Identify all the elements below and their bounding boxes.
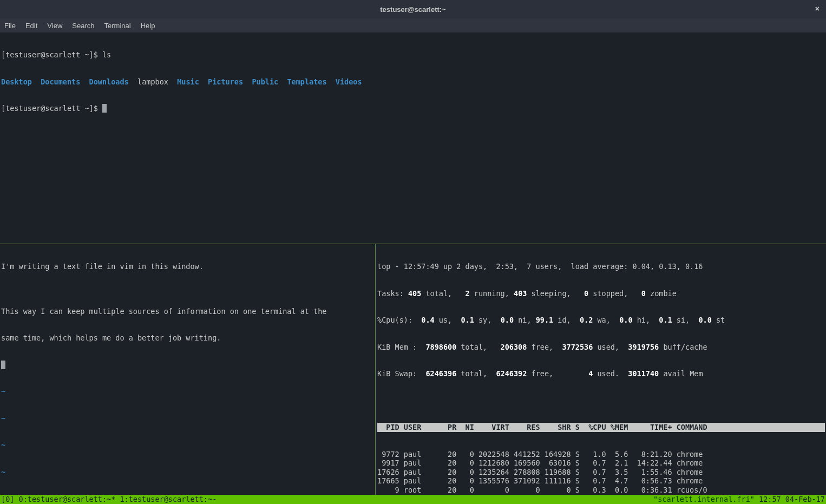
menu-file[interactable]: File [4,22,16,30]
top-blank [377,396,825,405]
window-title: testuser@scarlett:~ [380,5,445,14]
shell-prompt: [testuser@scarlett ~]$ [1,50,102,59]
vim-text-line: I'm writing a text file in vim in this w… [1,262,374,271]
pane-vim[interactable]: I'm writing a text file in vim in this w… [0,244,376,495]
top-process-row: 9917 paul 20 0 1212680 169560 63016 S 0.… [377,459,825,468]
top-swap-line: KiB Swap: 6246396 total, 6246392 free, 4… [377,369,825,378]
menu-edit[interactable]: Edit [25,22,37,30]
top-summary-line: top - 12:57:49 up 2 days, 2:53, 7 users,… [377,262,825,271]
cursor-icon [102,104,107,113]
top-tasks-line: Tasks: 405 total, 2 running, 403 sleepin… [377,289,825,298]
vim-text-line: same time, which helps me do a better jo… [1,333,374,343]
vim-tilde: ~ [1,387,374,396]
menubar: File Edit View Search Terminal Help [0,18,826,32]
top-process-row: 9 root 20 0 0 0 0 S 0.3 0.0 0:36.31 rcuo… [377,486,825,495]
top-column-header: PID USER PR NI VIRT RES SHR S %CPU %MEM … [377,423,825,432]
tmux-right: "scarlett.internal.fri" 12:57 04-Feb-17 [653,495,825,504]
vim-text-line: This way I can keep multiple sources of … [1,307,374,316]
close-icon[interactable]: × [815,4,820,13]
top-mem-line: KiB Mem : 7898600 total, 206308 free, 37… [377,343,825,352]
terminal-area[interactable]: [testuser@scarlett ~]$ ls Desktop Docume… [0,32,826,504]
ls-output: Desktop Documents Downloads lampbox Musi… [1,77,825,87]
tmux-windows[interactable]: [0] 0:testuser@scarlett:~* 1:testuser@sc… [1,495,217,504]
top-cpu-line: %Cpu(s): 0.4 us, 0.1 sy, 0.0 ni, 99.1 id… [377,316,825,325]
vim-tilde: ~ [1,441,374,450]
shell-command: ls [102,50,111,59]
pane-shell[interactable]: [testuser@scarlett ~]$ ls Desktop Docume… [0,32,826,244]
shell-prompt-2: [testuser@scarlett ~]$ [1,104,102,113]
menu-terminal[interactable]: Terminal [104,22,131,30]
menu-view[interactable]: View [47,22,62,30]
cursor-icon [1,361,5,369]
menu-search[interactable]: Search [72,22,94,30]
top-process-list: 9772 paul 20 0 2022548 441252 164928 S 1… [377,450,825,495]
window-titlebar: testuser@scarlett:~ × [0,0,826,18]
top-process-row: 17665 paul 20 0 1355576 371092 111116 S … [377,476,825,486]
vim-tilde: ~ [1,468,374,477]
pane-top-cmd[interactable]: top - 12:57:49 up 2 days, 2:53, 7 users,… [376,244,826,495]
vim-tilde: ~ [1,414,374,423]
menu-help[interactable]: Help [141,22,155,30]
tmux-statusbar: [0] 0:testuser@scarlett:~* 1:testuser@sc… [0,495,826,504]
top-process-row: 17626 paul 20 0 1235264 278808 119688 S … [377,468,825,477]
top-process-row: 9772 paul 20 0 2022548 441252 164928 S 1… [377,450,825,459]
